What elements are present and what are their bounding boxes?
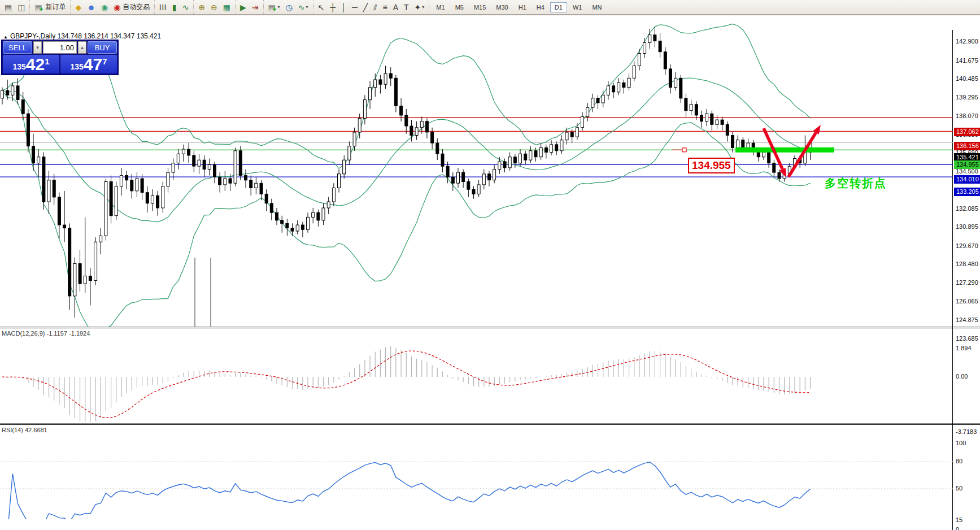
timeframe-M1-button[interactable]: M1 [432, 2, 449, 12]
market-icon-icon: ☻ [87, 3, 95, 11]
chart-shift-icon: ⇥ [252, 3, 259, 11]
chart-window[interactable]: ▲GBPJPY-,Daily 134.748 136.214 134.347 1… [0, 15, 980, 530]
chevron-down-icon: ▾ [306, 5, 308, 10]
text-tool-button[interactable]: A [391, 1, 400, 14]
pane-separator-rsi[interactable] [0, 423, 980, 425]
charts-grid-icon[interactable]: ▤ [2, 1, 14, 14]
line-chart-type-icon: ∿ [182, 3, 189, 11]
rsi-tick-label: 0 [956, 526, 959, 530]
cursor-tool-icon: ↖ [318, 3, 325, 11]
horizontal-line-tool-button[interactable]: ─ [350, 1, 360, 14]
buy-price-display[interactable]: 135 47 7 [60, 55, 117, 73]
timeframe-M5-button[interactable]: M5 [451, 2, 468, 12]
price-badge: 137.062 [954, 128, 980, 136]
rsi-tick-label: 100 [956, 440, 966, 446]
toolbar-group: ▤✚▾◷∿▾ [263, 0, 313, 15]
trendline-tool-icon: ╱ [363, 3, 368, 11]
zoom-in-button[interactable]: ⊕ [196, 1, 207, 14]
price-badge: 134.955 [954, 160, 980, 169]
main-price-pane[interactable] [0, 15, 953, 327]
toolbar-group: ↖┼│─╱⫽≡AT✦▾ [313, 0, 429, 15]
channel-tool-icon: ⫽ [373, 3, 377, 11]
auto-scroll-icon: ▶ [240, 3, 246, 11]
support-zone-rect[interactable] [735, 147, 834, 153]
chevron-down-icon: ▾ [278, 5, 280, 10]
toolbar-group: ▶⇥ [235, 0, 263, 15]
ohlc-low: 134.347 [110, 32, 134, 40]
text-label-tool-button[interactable]: T [402, 1, 411, 14]
market-icon[interactable]: ☻ [85, 1, 98, 14]
bollinger-bands [2, 24, 811, 327]
clock-icon[interactable]: ◷ [284, 1, 295, 14]
profiles-icon[interactable]: ◫ [15, 1, 27, 14]
signals-icon[interactable]: ◉ [99, 1, 110, 14]
cursor-tool-button[interactable]: ↖ [316, 1, 327, 14]
indicators-button[interactable]: ∿▾ [296, 1, 311, 14]
buy-price-point: 7 [102, 57, 107, 66]
channel-tool-button[interactable]: ⫽ [371, 1, 379, 14]
autotrade-button[interactable]: ◉自动交易 [111, 1, 152, 14]
price-tick-label: 141.675 [956, 57, 978, 64]
sell-price-display[interactable]: 135 42 1 [3, 55, 59, 73]
sell-button[interactable]: SELL [3, 41, 32, 54]
vertical-line-tool-button[interactable]: │ [339, 1, 349, 14]
volume-input[interactable] [43, 41, 77, 54]
macd-pane[interactable] [0, 329, 953, 423]
timeframe-H4-button[interactable]: H4 [532, 2, 549, 12]
volume-up-button[interactable]: ▲ [78, 41, 86, 54]
new-chart-button[interactable]: ▤✚▾ [266, 1, 282, 14]
zoom-out-button[interactable]: ⊖ [208, 1, 220, 14]
timeframe-MN-button[interactable]: MN [587, 2, 606, 12]
sell-price-big-figure: 135 [12, 62, 25, 71]
indicators-icon: ∿ [298, 3, 305, 11]
price-callout-label[interactable]: 134.955 [688, 158, 735, 173]
shapes-tool-button[interactable]: ✦▾ [412, 1, 427, 14]
signals-icon-icon: ◉ [101, 3, 108, 11]
rsi-tick-label: 50 [956, 485, 962, 492]
tile-windows-button[interactable]: ▦ [221, 1, 233, 14]
new-order-button[interactable]: ▤✚新订单 [32, 1, 68, 14]
timeframe-M30-button[interactable]: M30 [491, 2, 512, 12]
autotrade-icon: ◉ [114, 3, 120, 11]
sell-price-point: 1 [45, 57, 49, 66]
buy-price-big-figure: 135 [70, 62, 83, 71]
fibonacci-tool-icon: ≡ [383, 3, 387, 11]
timeframe-W1-button[interactable]: W1 [568, 2, 587, 12]
sell-price-pips: 42 [26, 56, 45, 73]
crosshair-tool-icon: ┼ [330, 3, 336, 11]
chart-shift-button[interactable]: ⇥ [250, 1, 261, 14]
metaeditor-icon[interactable]: ◆ [73, 1, 84, 14]
price-tick-label: 138.070 [956, 112, 978, 119]
text-tool-icon: A [393, 3, 398, 11]
text-label-tool-icon: T [404, 3, 409, 11]
volume-down-button[interactable]: ▼ [33, 41, 42, 54]
buy-button[interactable]: BUY [88, 41, 117, 54]
line-chart-type-button[interactable]: ∿ [180, 1, 191, 14]
shapes-tool-icon: ✦ [415, 3, 421, 11]
tile-windows-icon: ▦ [223, 3, 230, 11]
crosshair-tool-button[interactable]: ┼ [328, 1, 338, 14]
toolbar-group: ⊕⊖▦ [193, 0, 235, 15]
one-click-trading-panel: SELL ▼ ▲ BUY 135 42 1 135 47 7 [1, 40, 119, 75]
toolbar-group: ▤◫ [0, 0, 29, 15]
fibonacci-tool-button[interactable]: ≡ [381, 1, 390, 14]
ohlc-high: 136.214 [84, 32, 108, 40]
trendline-tool-button[interactable]: ╱ [361, 1, 370, 14]
metaeditor-icon-icon: ◆ [75, 3, 81, 11]
price-badge: 133.205 [954, 188, 980, 196]
timeframe-group: M1M5M15M30H1H4D1W1MN [429, 0, 608, 15]
timeframe-H1-button[interactable]: H1 [514, 2, 531, 12]
price-tick-label: 129.670 [956, 242, 978, 249]
plus-badge-icon: ✚ [40, 7, 43, 12]
bar-chart-type-icon: ☰ [159, 3, 167, 11]
timeframe-M15-button[interactable]: M15 [469, 2, 490, 12]
rsi-pane[interactable] [0, 425, 953, 519]
auto-scroll-button[interactable]: ▶ [238, 1, 249, 14]
profiles-icon-icon: ◫ [18, 3, 25, 11]
turning-point-annotation: 多空转折点 [825, 176, 887, 191]
price-tick-label: 123.685 [956, 335, 978, 342]
bar-chart-type-button[interactable]: ☰ [157, 1, 169, 14]
macd-tick-label: 0.00 [956, 373, 968, 380]
candlestick-type-button[interactable]: ▮ [170, 1, 179, 14]
timeframe-D1-button[interactable]: D1 [550, 2, 567, 12]
